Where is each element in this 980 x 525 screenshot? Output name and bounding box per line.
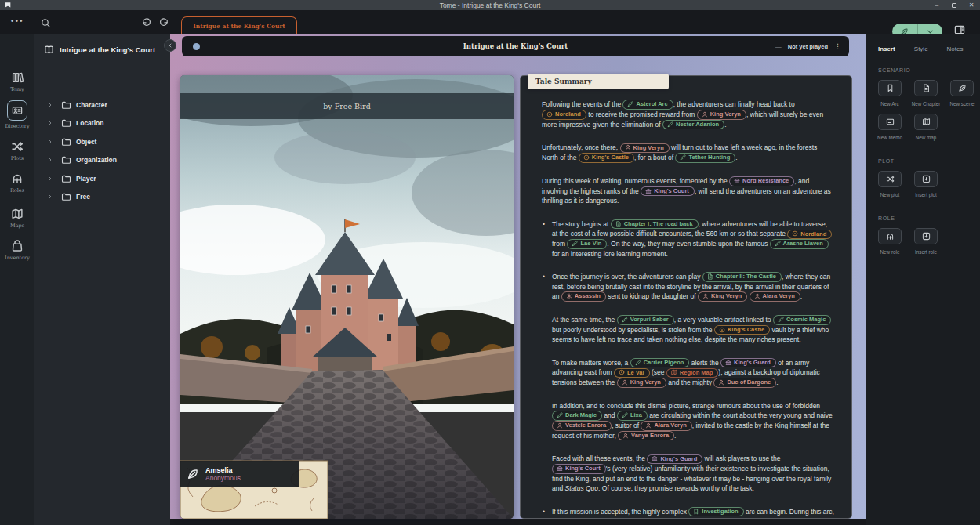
pen-icon bbox=[667, 121, 673, 128]
overflow-menu-button[interactable]: ••• bbox=[11, 17, 24, 25]
entity-pill-dark-magic[interactable]: Dark Magic bbox=[552, 411, 602, 421]
panel-tab-style[interactable]: Style bbox=[914, 45, 928, 52]
entity-pill-king-veryn[interactable]: King Veryn bbox=[617, 378, 666, 388]
entity-pill-assassin[interactable]: Assassin bbox=[561, 291, 606, 302]
chevron-right-icon[interactable] bbox=[47, 139, 53, 145]
book-icon bbox=[44, 45, 54, 55]
collapse-panel-button[interactable] bbox=[164, 39, 176, 52]
new-arc-button[interactable] bbox=[878, 80, 902, 96]
helmet-icon bbox=[886, 232, 895, 241]
entity-pill-nester-adanion[interactable]: Nester Adanion bbox=[662, 120, 724, 130]
entity-pill-vorpuri-saber[interactable]: Vorpuri Saber bbox=[617, 315, 674, 325]
insert-plot-button[interactable] bbox=[914, 171, 938, 187]
rail-item-directory[interactable]: Directory bbox=[0, 100, 34, 129]
entity-pill-alara-veryn[interactable]: Alara Veryn bbox=[750, 291, 800, 302]
entity-pill-alara-veryn[interactable]: Alara Veryn bbox=[641, 421, 691, 431]
folder-icon bbox=[61, 100, 71, 110]
pill-label: Alara Veryn bbox=[654, 422, 686, 429]
bank-icon bbox=[652, 455, 658, 462]
entity-pill-region-map[interactable]: Region Map bbox=[666, 368, 719, 378]
kebab-menu-icon[interactable]: ⋮ bbox=[834, 42, 841, 50]
new-memo-button[interactable] bbox=[878, 114, 902, 130]
entity-pill-king-s-castle[interactable]: King's Castle bbox=[714, 325, 770, 335]
folder-icon bbox=[61, 137, 71, 147]
entity-pill-duc-of-bargone[interactable]: Duc of Bargone bbox=[713, 378, 776, 388]
author-card[interactable]: Amselia Anonymous bbox=[180, 461, 299, 487]
entity-pill-lixa[interactable]: Lixa bbox=[617, 411, 648, 421]
entity-pill-chapter-i-the-road-back[interactable]: Chapter I: The road back bbox=[611, 219, 699, 230]
minimize-button[interactable]: – bbox=[928, 0, 946, 10]
rail-item-maps[interactable]: Maps bbox=[0, 208, 34, 229]
chevron-right-icon[interactable] bbox=[47, 157, 53, 163]
entity-pill-nordland[interactable]: Nordland bbox=[787, 230, 832, 240]
folder-row-object[interactable]: Object bbox=[34, 132, 170, 151]
rail-item-inventory[interactable]: Inventory bbox=[0, 240, 34, 261]
entity-pill-le-val[interactable]: Le Val bbox=[614, 368, 650, 378]
document-body[interactable]: Following the events of the Asterol Arc,… bbox=[521, 76, 852, 519]
entity-pill-asterol-arc[interactable]: Asterol Arc bbox=[622, 100, 673, 110]
entity-pill-tether-hunting[interactable]: Tether Hunting bbox=[675, 153, 735, 163]
entity-pill-king-veryn[interactable]: King Veryn bbox=[620, 143, 670, 154]
castle-illustration bbox=[180, 75, 514, 519]
folder-row-player[interactable]: Player bbox=[34, 169, 170, 188]
rail-item-plots[interactable]: Plots bbox=[0, 140, 34, 161]
redo-icon[interactable] bbox=[159, 18, 169, 28]
entity-pill-carrier-pigeon[interactable]: Carrier Pigeon bbox=[630, 358, 690, 368]
chevron-right-icon[interactable] bbox=[47, 176, 53, 182]
entity-pill-king-veryn[interactable]: King Veryn bbox=[698, 291, 747, 302]
folder-row-location[interactable]: Location bbox=[34, 114, 170, 133]
entity-pill-nord-resistance[interactable]: Nord Resistance bbox=[729, 176, 794, 186]
new-map-button[interactable] bbox=[914, 114, 938, 130]
asterisk-icon bbox=[566, 293, 572, 299]
chapter-icon bbox=[922, 84, 931, 92]
panel-tab-notes[interactable]: Notes bbox=[947, 45, 964, 52]
insert-role-button[interactable] bbox=[914, 228, 938, 244]
panel-cell-new-map: New map bbox=[914, 114, 950, 140]
new-chapter-button[interactable] bbox=[914, 80, 938, 96]
rail-item-label: Tomy bbox=[10, 86, 24, 92]
entity-pill-vestele-enrora[interactable]: Vestele Enrora bbox=[552, 421, 612, 431]
folder-row-free[interactable]: Free bbox=[34, 188, 170, 207]
folder-row-character[interactable]: Character bbox=[34, 96, 170, 114]
shuffle-icon bbox=[886, 175, 895, 183]
rail-item-roles[interactable]: Roles bbox=[0, 172, 34, 194]
chevron-right-icon[interactable] bbox=[47, 194, 53, 200]
pill-label: Alara Veryn bbox=[763, 292, 795, 300]
maximize-button[interactable] bbox=[946, 0, 963, 10]
entity-pill-chapter-ii-the-castle[interactable]: Chapter II: The Castle bbox=[702, 272, 782, 282]
entity-pill-king-s-guard[interactable]: King's Guard bbox=[720, 358, 776, 368]
entity-pill-king-s-castle[interactable]: King's Castle bbox=[579, 153, 634, 163]
entity-pill-lae-vin[interactable]: Lae-Vin bbox=[567, 239, 607, 249]
folder-label: Organization bbox=[76, 156, 117, 164]
tale-summary-tab[interactable]: Tale Summary bbox=[528, 74, 669, 89]
new-plot-button[interactable] bbox=[878, 171, 902, 187]
pill-label: Investigation bbox=[702, 508, 738, 516]
chevron-right-icon[interactable] bbox=[47, 120, 53, 126]
chevron-right-icon[interactable] bbox=[47, 102, 53, 108]
entity-pill-king-s-guard[interactable]: King's Guard bbox=[647, 454, 702, 465]
entity-pill-king-s-court[interactable]: King's Court bbox=[641, 186, 695, 197]
folder-label: Character bbox=[76, 101, 107, 109]
entity-pill-nordland[interactable]: Nordland bbox=[542, 110, 586, 120]
entity-pill-king-s-court[interactable]: King's Court bbox=[552, 464, 606, 474]
layout-toggle-icon[interactable] bbox=[953, 24, 966, 35]
pill-label: King Veryn bbox=[710, 110, 741, 118]
entity-pill-cosmic-magic[interactable]: Cosmic Magic bbox=[773, 315, 831, 325]
pill-label: King's Castle bbox=[592, 154, 629, 161]
rail-item-tomy[interactable]: Tomy bbox=[0, 71, 34, 92]
entity-pill-arasne-liaven[interactable]: Arasne Liaven bbox=[770, 239, 829, 249]
entity-pill-vanya-enrora[interactable]: Vanya Enrora bbox=[618, 431, 674, 441]
entity-pill-king-veryn[interactable]: King Veryn bbox=[697, 110, 746, 120]
panel-tab-insert[interactable]: Insert bbox=[878, 45, 895, 52]
close-button[interactable]: ✕ bbox=[963, 0, 980, 10]
play-status[interactable]: Not yet played bbox=[788, 43, 828, 50]
new-scene-button[interactable] bbox=[950, 80, 974, 96]
new-role-button[interactable] bbox=[878, 228, 902, 244]
folder-row-organization[interactable]: Organization bbox=[34, 151, 170, 170]
undo-icon[interactable] bbox=[141, 18, 151, 28]
entity-pill-investigation[interactable]: Investigation bbox=[688, 507, 743, 517]
chapter-icon bbox=[707, 273, 713, 280]
helmet-icon bbox=[11, 172, 24, 185]
tab-intrigue-at-the-kings-court[interactable]: Intrigue at the King's Court bbox=[181, 16, 297, 34]
search-icon[interactable] bbox=[41, 18, 51, 28]
